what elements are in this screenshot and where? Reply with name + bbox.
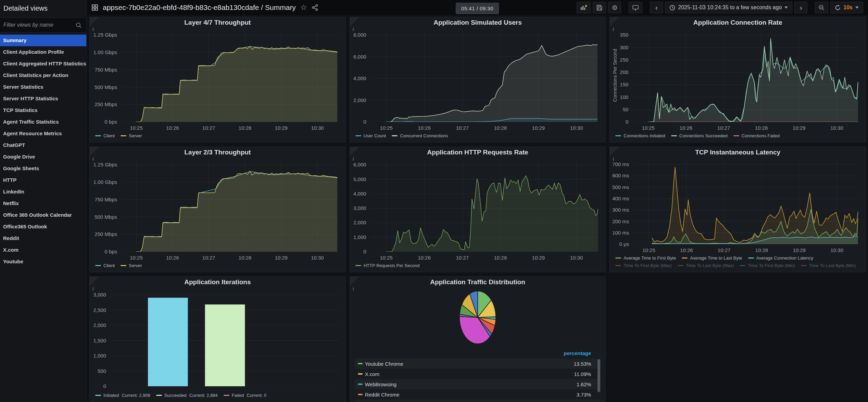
sidebar-item-tcp-statistics[interactable]: TCP Statistics: [0, 104, 86, 116]
legend-item[interactable]: Connections Succeeded: [671, 133, 728, 139]
panel-title[interactable]: Application Simulated Users: [350, 17, 606, 28]
info-icon[interactable]: i: [350, 17, 359, 26]
legend-item[interactable]: Time To First Byte (Min): [740, 262, 795, 269]
sidebar-item-google-drive[interactable]: Google Drive: [0, 151, 86, 163]
sidebar-item-x-com[interactable]: X.com: [0, 244, 86, 256]
panel-layer47-throughput: i Layer 4/7 Throughput 0 bps250 Mbps500 …: [89, 17, 346, 142]
gear-icon: ⚙: [612, 4, 618, 11]
time-back-button[interactable]: ‹: [650, 2, 663, 13]
legend-item[interactable]: Average Time to Last Byte: [682, 255, 742, 261]
sidebar-item-chatgpt[interactable]: ChatGPT: [0, 139, 86, 151]
panel-application-iterations: i Application Iterations 05001,0001,5002…: [89, 276, 346, 402]
dashboard-settings-button[interactable]: ⚙: [608, 2, 621, 13]
refresh-interval-label: 10s: [843, 4, 853, 11]
legend-item[interactable]: Client: [95, 262, 115, 269]
legend-item[interactable]: Time To First Byte (Max): [615, 262, 672, 269]
dashboard-title[interactable]: appsec-7b0e22a0-ebfd-48f9-b83c-e8ab130cd…: [103, 3, 296, 12]
info-icon[interactable]: i: [610, 17, 619, 26]
sidebar-item-agent-resource-metrics[interactable]: Agent Resource Metrics: [0, 128, 86, 139]
info-icon[interactable]: i: [350, 277, 359, 286]
panel-title[interactable]: Application HTTP Requests Rate: [350, 147, 606, 158]
legend-item[interactable]: Average Connection Latency: [748, 255, 814, 261]
sidebar-item-http[interactable]: HTTP: [0, 174, 86, 186]
legend-color-dash: [682, 257, 688, 259]
timeseries-chart[interactable]: 0 µs100 ms200 ms300 ms400 ms500 ms600 ms…: [612, 158, 862, 254]
panel-connection-rate: i Application Connection Rate 0501001502…: [609, 17, 866, 142]
panel-title[interactable]: Layer 4/7 Throughput: [90, 17, 345, 28]
sidebar-item-office-365-outlook-calendar[interactable]: Office 365 Outlook Calendar: [0, 209, 86, 221]
info-icon[interactable]: i: [610, 147, 619, 156]
traffic-table: percentageYoutube Chrome13.53%X.com11.09…: [355, 348, 601, 402]
sidebar-item-google-sheets[interactable]: Google Sheets: [0, 163, 86, 174]
timeseries-chart[interactable]: 0 bps250 Mbps500 Mbps750 Mbps1.00 Gbps1.…: [92, 28, 342, 131]
view-list: SummaryClient Application ProfileClient …: [0, 33, 86, 267]
table-row: Youtube Chrome13.53%: [355, 359, 601, 369]
sidebar-item-linkedin[interactable]: LinkedIn: [0, 186, 86, 198]
legend-item[interactable]: Connections Failed: [733, 133, 780, 139]
sidebar-item-server-http-statistics[interactable]: Server HTTP Statistics: [0, 93, 86, 104]
save-icon: [596, 4, 603, 11]
sidebar-title: Detailed views: [0, 0, 86, 17]
table-scrollbar[interactable]: [597, 359, 600, 392]
legend-item[interactable]: InitiatedCurrent: 2,906: [95, 392, 150, 399]
legend-item[interactable]: Time To Last Byte (Min): [801, 262, 856, 269]
refresh-button[interactable]: 10s: [830, 2, 863, 13]
cycle-view-button[interactable]: [629, 2, 642, 13]
save-dashboard-button[interactable]: [593, 2, 606, 13]
legend-color-dash: [121, 265, 126, 266]
star-icon[interactable]: ☆: [300, 4, 307, 11]
legend-item[interactable]: Client: [95, 133, 115, 139]
legend-color-dash: [615, 257, 621, 259]
chart-legend: HTTP Requests Per Second: [350, 261, 606, 272]
timeseries-chart[interactable]: 01,0002,0003,0004,0005,0006,00010:2510:2…: [352, 158, 602, 261]
legend-item[interactable]: User Count: [355, 133, 386, 139]
app-root: Detailed views SummaryClient Application…: [0, 0, 868, 402]
timeseries-chart[interactable]: 02,0004,0006,0008,00010:2510:2610:2710:2…: [352, 28, 602, 131]
info-icon[interactable]: i: [90, 147, 99, 156]
legend-color-dash: [156, 395, 162, 396]
legend-item[interactable]: Server: [121, 262, 142, 269]
legend-item[interactable]: SucceededCurrent: 2,684: [156, 392, 218, 399]
legend-item[interactable]: Concurrent Connections: [392, 133, 448, 139]
table-header-percentage[interactable]: percentage: [355, 348, 601, 359]
legend-item[interactable]: Server: [121, 133, 142, 139]
time-forward-button[interactable]: ›: [794, 2, 807, 13]
panel-title[interactable]: Application Traffic Distribution: [350, 277, 606, 287]
sidebar-item-client-statistics-per-action[interactable]: Client Statistics per Action: [0, 70, 86, 81]
panel-title[interactable]: Application Iterations: [90, 277, 345, 287]
legend-item[interactable]: Connections Initiated: [615, 133, 665, 139]
info-icon[interactable]: i: [90, 17, 99, 26]
pie-chart[interactable]: [350, 287, 606, 346]
share-icon[interactable]: [312, 4, 318, 11]
clock-icon: [669, 5, 675, 11]
legend-item[interactable]: HTTP Requests Per Second: [355, 262, 420, 269]
panel-title[interactable]: Layer 2/3 Throughput: [90, 147, 345, 158]
panel-title[interactable]: Application Connection Rate: [610, 17, 866, 28]
legend-item[interactable]: Time To Last Byte (Max): [678, 262, 734, 269]
legend-item[interactable]: Average Time to First Byte: [615, 255, 676, 261]
sidebar-item-agent-traffic-statistics[interactable]: Agent Traffic Statistics: [0, 116, 86, 128]
sidebar-item-client-application-profile[interactable]: Client Application Profile: [0, 46, 86, 58]
add-panel-button[interactable]: [577, 2, 591, 13]
info-icon[interactable]: i: [90, 277, 99, 286]
dashboard-grid-icon[interactable]: [91, 4, 98, 11]
info-icon[interactable]: i: [350, 147, 359, 156]
sidebar-item-office365-outlook[interactable]: Office365 Outlook: [0, 221, 86, 233]
time-range-picker[interactable]: 2025-11-03 10:24:35 to a few seconds ago: [665, 2, 792, 13]
main-area: appsec-7b0e22a0-ebfd-48f9-b83c-e8ab130cd…: [87, 0, 868, 402]
filter-views-input[interactable]: [0, 18, 86, 32]
sidebar-item-client-aggregated-http-statistics[interactable]: Client Aggregated HTTP Statistics: [0, 58, 86, 70]
legend-item[interactable]: FailedCurrent: 0: [224, 392, 266, 399]
sidebar-item-server-statistics[interactable]: Server Statistics: [0, 81, 86, 93]
bar-chart[interactable]: 05001,0001,5002,0002,5003,000: [92, 288, 342, 391]
zoom-out-button[interactable]: [815, 2, 828, 13]
chart-legend: Average Time to First ByteAverage Time t…: [610, 254, 866, 272]
sidebar-item-netflix[interactable]: Netflix: [0, 198, 86, 209]
sidebar-item-reddit[interactable]: Reddit: [0, 233, 86, 244]
timeseries-chart[interactable]: 0 bps250 Mbps500 Mbps750 Mbps1.00 Gbps1.…: [92, 158, 342, 261]
panel-title[interactable]: TCP Instantaneous Latency: [610, 147, 866, 158]
sidebar-item-summary[interactable]: Summary: [0, 35, 86, 46]
table-row: X.com11.09%: [355, 369, 601, 379]
timeseries-chart[interactable]: 05010015020025030035010:2510:2610:2710:2…: [612, 28, 862, 131]
sidebar-item-youtube[interactable]: Youtube: [0, 256, 86, 267]
